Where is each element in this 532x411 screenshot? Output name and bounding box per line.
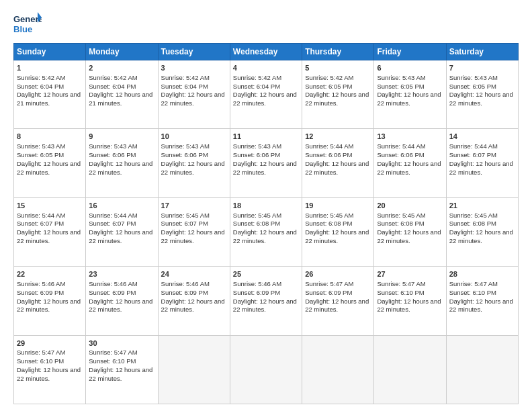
day-info: Sunrise: 5:42 AMSunset: 6:04 PMDaylight:… [233,74,297,107]
day-number: 26 [305,269,371,279]
calendar-cell: 16Sunrise: 5:44 AMSunset: 6:07 PMDayligh… [86,197,158,266]
calendar-cell: 30Sunrise: 5:47 AMSunset: 6:10 PMDayligh… [86,335,158,404]
header-thursday: Thursday [302,44,374,60]
day-info: Sunrise: 5:42 AMSunset: 6:04 PMDaylight:… [89,74,152,107]
day-info: Sunrise: 5:44 AMSunset: 6:06 PMDaylight:… [305,142,369,175]
day-number: 12 [305,132,371,142]
calendar-cell: 28Sunrise: 5:47 AMSunset: 6:10 PMDayligh… [446,267,518,335]
day-number: 27 [377,269,443,279]
day-info: Sunrise: 5:42 AMSunset: 6:04 PMDaylight:… [161,74,225,107]
day-number: 9 [89,132,154,142]
day-info: Sunrise: 5:46 AMSunset: 6:09 PMDaylight:… [17,280,81,313]
day-info: Sunrise: 5:45 AMSunset: 6:08 PMDaylight:… [377,212,441,244]
calendar-cell: 20Sunrise: 5:45 AMSunset: 6:08 PMDayligh… [374,197,446,266]
page: General Blue Sunday Monday Tuesday Wedne… [0,0,532,411]
day-info: Sunrise: 5:43 AMSunset: 6:06 PMDaylight:… [161,142,225,175]
calendar-cell: 18Sunrise: 5:45 AMSunset: 6:08 PMDayligh… [230,197,302,266]
header-sunday: Sunday [14,44,86,60]
day-info: Sunrise: 5:43 AMSunset: 6:05 PMDaylight:… [449,74,513,107]
calendar-cell: 17Sunrise: 5:45 AMSunset: 6:07 PMDayligh… [158,197,230,266]
svg-text:Blue: Blue [13,24,32,34]
day-number: 29 [17,338,83,349]
day-number: 7 [449,63,515,73]
day-info: Sunrise: 5:42 AMSunset: 6:04 PMDaylight:… [17,74,81,107]
day-number: 21 [449,201,515,211]
day-info: Sunrise: 5:47 AMSunset: 6:10 PMDaylight:… [449,280,513,313]
calendar-cell: 26Sunrise: 5:47 AMSunset: 6:09 PMDayligh… [302,267,374,335]
calendar-cell [302,335,374,404]
day-number: 1 [17,63,83,73]
header-friday: Friday [374,44,446,60]
svg-text:General: General [13,14,42,24]
day-number: 4 [233,63,299,73]
calendar-cell: 23Sunrise: 5:46 AMSunset: 6:09 PMDayligh… [86,267,158,335]
calendar-cell: 4Sunrise: 5:42 AMSunset: 6:04 PMDaylight… [230,60,302,129]
day-info: Sunrise: 5:46 AMSunset: 6:09 PMDaylight:… [89,280,152,313]
calendar-cell: 15Sunrise: 5:44 AMSunset: 6:07 PMDayligh… [14,197,86,266]
logo-container: General Blue [13,11,42,36]
day-number: 30 [89,338,154,349]
calendar-cell: 21Sunrise: 5:45 AMSunset: 6:08 PMDayligh… [446,197,518,266]
calendar-cell: 29Sunrise: 5:47 AMSunset: 6:10 PMDayligh… [14,335,86,404]
day-number: 6 [377,63,443,73]
day-number: 3 [161,63,227,73]
day-info: Sunrise: 5:45 AMSunset: 6:07 PMDaylight:… [161,212,225,244]
day-info: Sunrise: 5:43 AMSunset: 6:06 PMDaylight:… [89,142,152,175]
logo: General Blue [13,11,42,36]
day-info: Sunrise: 5:42 AMSunset: 6:05 PMDaylight:… [305,74,369,107]
calendar-cell [374,335,446,404]
day-info: Sunrise: 5:45 AMSunset: 6:08 PMDaylight:… [233,212,297,244]
calendar-cell: 10Sunrise: 5:43 AMSunset: 6:06 PMDayligh… [158,129,230,197]
day-number: 16 [89,201,154,211]
calendar-cell: 8Sunrise: 5:43 AMSunset: 6:05 PMDaylight… [14,129,86,197]
day-info: Sunrise: 5:43 AMSunset: 6:05 PMDaylight:… [17,142,81,175]
day-number: 8 [17,132,83,142]
calendar-cell: 11Sunrise: 5:43 AMSunset: 6:06 PMDayligh… [230,129,302,197]
day-number: 5 [305,63,371,73]
header: General Blue [13,11,519,36]
day-info: Sunrise: 5:43 AMSunset: 6:05 PMDaylight:… [377,74,441,107]
day-number: 11 [233,132,299,142]
day-info: Sunrise: 5:45 AMSunset: 6:08 PMDaylight:… [449,212,513,244]
calendar-cell: 5Sunrise: 5:42 AMSunset: 6:05 PMDaylight… [302,60,374,129]
day-number: 19 [305,201,371,211]
header-wednesday: Wednesday [230,44,302,60]
calendar-cell: 3Sunrise: 5:42 AMSunset: 6:04 PMDaylight… [158,60,230,129]
calendar-cell [446,335,518,404]
day-number: 24 [161,269,227,279]
header-monday: Monday [86,44,158,60]
calendar-cell: 14Sunrise: 5:44 AMSunset: 6:07 PMDayligh… [446,129,518,197]
day-number: 25 [233,269,299,279]
day-number: 14 [449,132,515,142]
logo-svg: General Blue [13,11,42,36]
day-info: Sunrise: 5:44 AMSunset: 6:07 PMDaylight:… [449,142,513,175]
day-number: 22 [17,269,83,279]
calendar-cell: 7Sunrise: 5:43 AMSunset: 6:05 PMDaylight… [446,60,518,129]
day-info: Sunrise: 5:44 AMSunset: 6:06 PMDaylight:… [377,142,441,175]
calendar-cell: 9Sunrise: 5:43 AMSunset: 6:06 PMDaylight… [86,129,158,197]
calendar-cell: 24Sunrise: 5:46 AMSunset: 6:09 PMDayligh… [158,267,230,335]
day-info: Sunrise: 5:45 AMSunset: 6:08 PMDaylight:… [305,212,369,244]
day-info: Sunrise: 5:46 AMSunset: 6:09 PMDaylight:… [161,280,225,313]
day-info: Sunrise: 5:44 AMSunset: 6:07 PMDaylight:… [89,212,152,244]
day-info: Sunrise: 5:47 AMSunset: 6:09 PMDaylight:… [305,280,369,313]
day-number: 20 [377,201,443,211]
calendar-cell: 25Sunrise: 5:46 AMSunset: 6:09 PMDayligh… [230,267,302,335]
calendar-cell: 1Sunrise: 5:42 AMSunset: 6:04 PMDaylight… [14,60,86,129]
day-number: 17 [161,201,227,211]
header-saturday: Saturday [446,44,518,60]
header-tuesday: Tuesday [158,44,230,60]
day-info: Sunrise: 5:43 AMSunset: 6:06 PMDaylight:… [233,142,297,175]
day-number: 10 [161,132,227,142]
day-number: 28 [449,269,515,279]
calendar-cell: 12Sunrise: 5:44 AMSunset: 6:06 PMDayligh… [302,129,374,197]
calendar-cell: 22Sunrise: 5:46 AMSunset: 6:09 PMDayligh… [14,267,86,335]
day-number: 2 [89,63,154,73]
calendar-table: Sunday Monday Tuesday Wednesday Thursday… [13,43,519,404]
calendar-cell [158,335,230,404]
day-info: Sunrise: 5:44 AMSunset: 6:07 PMDaylight:… [17,212,81,244]
day-info: Sunrise: 5:47 AMSunset: 6:10 PMDaylight:… [377,280,441,313]
calendar-cell: 19Sunrise: 5:45 AMSunset: 6:08 PMDayligh… [302,197,374,266]
calendar-cell: 6Sunrise: 5:43 AMSunset: 6:05 PMDaylight… [374,60,446,129]
day-number: 15 [17,201,83,211]
